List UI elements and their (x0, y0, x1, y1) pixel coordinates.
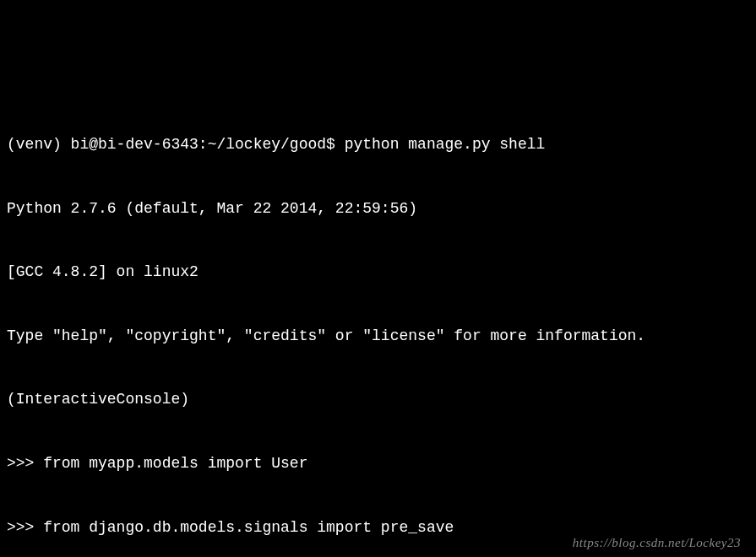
terminal-line: (InteractiveConsole) (7, 389, 749, 410)
terminal-line: [GCC 4.8.2] on linux2 (7, 262, 749, 283)
terminal-container[interactable]: (venv) bi@bi-dev-6343:~/lockey/good$ pyt… (7, 92, 749, 557)
terminal-line: (venv) bi@bi-dev-6343:~/lockey/good$ pyt… (7, 134, 749, 155)
terminal-line: Type "help", "copyright", "credits" or "… (7, 326, 749, 347)
terminal-line: Python 2.7.6 (default, Mar 22 2014, 22:5… (7, 198, 749, 219)
terminal-line: >>> from myapp.models import User (7, 453, 749, 474)
watermark-text: https://blog.csdn.net/Lockey23 (573, 534, 741, 552)
